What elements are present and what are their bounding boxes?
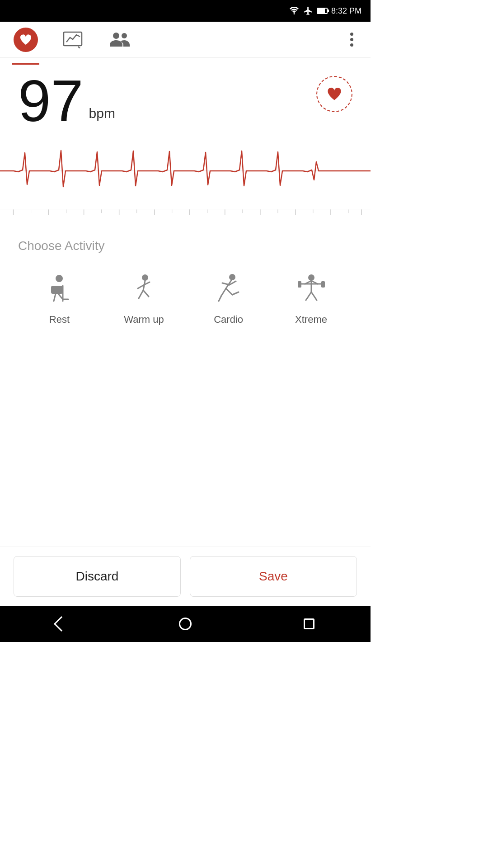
xtreme-icon (293, 271, 329, 307)
people-icon (108, 28, 132, 52)
svg-line-54 (311, 292, 317, 300)
timeline-ticks (5, 209, 366, 223)
svg-line-40 (222, 283, 230, 285)
ecg-section (0, 135, 371, 225)
heartrate-icon (14, 28, 38, 52)
activity-section: Choose Activity (0, 225, 371, 339)
bottom-spacer (0, 339, 371, 547)
svg-point-32 (142, 274, 148, 281)
heart-rate-section: 97 bpm (0, 58, 371, 135)
battery-icon (317, 8, 328, 14)
cardio-label: Cardio (214, 314, 243, 326)
dot2 (350, 38, 353, 41)
svg-line-28 (54, 294, 56, 301)
svg-point-2 (113, 33, 119, 39)
svg-point-38 (229, 274, 235, 280)
wifi-icon (289, 7, 300, 15)
more-options-button[interactable] (347, 29, 357, 50)
warmup-icon (126, 271, 162, 307)
nav-bar (0, 22, 371, 58)
discard-button[interactable]: Discard (14, 556, 181, 597)
svg-line-45 (219, 296, 221, 301)
svg-rect-27 (51, 286, 63, 294)
svg-line-36 (139, 290, 143, 298)
cardio-icon (211, 271, 247, 307)
warmup-label: Warm up (124, 314, 164, 326)
svg-rect-48 (298, 281, 301, 288)
status-bar: 8:32 PM (0, 0, 371, 22)
recents-button[interactable] (304, 618, 314, 629)
nav-tabs (14, 28, 132, 52)
svg-point-46 (308, 274, 314, 281)
svg-rect-49 (321, 281, 325, 288)
android-nav-bar (0, 606, 371, 642)
choose-activity-label: Choose Activity (18, 239, 352, 253)
svg-line-44 (221, 288, 226, 296)
dot3 (350, 43, 353, 47)
home-button[interactable] (179, 618, 192, 630)
activity-warmup[interactable]: Warm up (124, 271, 164, 326)
svg-line-37 (143, 290, 149, 297)
svg-point-26 (56, 275, 63, 282)
activity-xtreme[interactable]: Xtreme (293, 271, 329, 326)
dot1 (350, 33, 353, 36)
bottom-buttons: Discard Save (0, 547, 371, 606)
activity-cardio[interactable]: Cardio (211, 271, 247, 326)
svg-line-43 (232, 292, 239, 295)
rest-label: Rest (49, 314, 70, 326)
tab-heartrate[interactable] (14, 28, 38, 52)
tab-chart[interactable] (61, 28, 85, 52)
bpm-display: 97 bpm (18, 71, 115, 130)
back-button[interactable] (54, 616, 69, 632)
svg-line-42 (226, 288, 232, 295)
bpm-value: 97 (18, 71, 84, 130)
activity-grid: Rest (18, 271, 352, 326)
bpm-unit: bpm (89, 106, 115, 121)
status-time: 8:32 PM (331, 6, 361, 16)
tab-people[interactable] (108, 28, 132, 52)
svg-point-3 (122, 33, 127, 38)
save-button[interactable]: Save (190, 556, 357, 597)
chart-icon (61, 28, 85, 52)
activity-rest[interactable]: Rest (41, 271, 77, 326)
svg-line-53 (306, 292, 311, 300)
heart-button[interactable] (316, 76, 352, 112)
rest-icon (41, 271, 77, 307)
status-icons: 8:32 PM (289, 6, 361, 16)
ecg-chart (0, 135, 371, 207)
main-content: 97 bpm (0, 58, 371, 606)
svg-line-1 (78, 47, 80, 48)
xtreme-label: Xtreme (295, 314, 327, 326)
airplane-icon (303, 6, 313, 16)
